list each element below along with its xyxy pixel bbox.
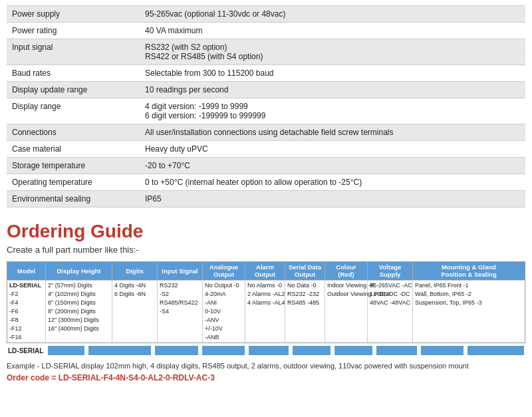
ld-serial-bar: LD-SERIAL: [7, 346, 525, 355]
ordering-col-header-model: Model: [7, 262, 46, 280]
spec-value: 10 readings per second: [140, 82, 525, 98]
ld-serial-bar-segment-model: [48, 346, 84, 355]
ld-serial-bar-segment-display: [88, 346, 152, 355]
ld-serial-bar-segment-mounting: [467, 346, 524, 355]
ordering-col-alarm: No Alarms -02 Alarms -AL24 Alarms -AL4: [245, 281, 285, 343]
ld-serial-bar-label: LD-SERIAL: [8, 347, 46, 354]
ordering-header: ModelDisplay HeightDigitsInput SignalAna…: [7, 262, 525, 280]
spec-row: Operating temperature0 to +50°C (interna…: [7, 174, 525, 191]
ordering-col-analogue: No Output -04-20mA-ANI0-10V-ANV+/-10V-AN…: [203, 281, 245, 343]
spec-label: Baud rates: [7, 65, 140, 82]
ordering-body: LD-SERIAL-F2-F4-F6-F8-F12-F162" (57mm) D…: [7, 280, 525, 343]
ordering-col-display: 2" (57mm) Digits4" (102mm) Digits6" (150…: [46, 281, 112, 343]
spec-label: Case material: [7, 141, 140, 158]
spec-row: Storage temperature-20 to +70°C: [7, 158, 525, 174]
ordering-col-header-voltage: Voltage Supply: [368, 262, 413, 280]
spec-label: Display range: [7, 98, 140, 124]
specs-table: Power supply95-265vac (optional 11-30vdc…: [7, 5, 525, 208]
spec-label: Environmental sealing: [7, 191, 140, 208]
ordering-title: Ordering Guide: [7, 221, 525, 242]
ordering-col-voltage: 95-265VAC -AC11-30VDC -DC48VAC -48VAC: [368, 281, 413, 343]
ordering-col-model: LD-SERIAL-F2-F4-F6-F8-F12-F16: [7, 281, 46, 343]
ld-serial-bar-segment-alarm: [293, 346, 331, 355]
ordering-col-header-mounting: Mounting & GlandPosition & Sealing: [413, 262, 525, 280]
ordering-col-header-analogue: AnalogueOutput: [203, 262, 245, 280]
spec-value: 40 VA maximum: [140, 23, 525, 39]
ld-serial-bar-segment-colour: [376, 346, 417, 355]
ld-serial-bar-segment-digits: [155, 346, 198, 355]
spec-label: Input signal: [7, 39, 140, 65]
ordering-col-serial: No Data -0RS232 -232RS485 -485: [285, 281, 325, 343]
ordering-col-header-input: Input Signal: [158, 262, 203, 280]
ordering-col-header-display: Display Height: [46, 262, 112, 280]
spec-value: 0 to +50°C (internal heater option to al…: [140, 174, 525, 191]
spec-row: Power rating40 VA maximum: [7, 23, 525, 39]
ordering-col-mounting: Panel, IP65 Front -1Wall, Bottom, IP65 -…: [413, 281, 525, 343]
spec-row: Power supply95-265vac (optional 11-30vdc…: [7, 6, 525, 23]
spec-label: Power supply: [7, 6, 140, 23]
spec-value: RS232 (with S2 option)RS422 or RS485 (wi…: [140, 39, 525, 65]
spec-value: IP65: [140, 191, 525, 208]
spec-label: Storage temperature: [7, 158, 140, 174]
ld-serial-bar-segment-voltage: [421, 346, 464, 355]
ordering-col-input: RS232-S2RS485/RS422-S4: [158, 281, 203, 343]
spec-row: Environmental sealingIP65: [7, 191, 525, 208]
ordering-section: Ordering Guide Create a full part number…: [7, 221, 525, 382]
spec-label: Connections: [7, 124, 140, 141]
spec-value: All user/installation connections using …: [140, 124, 525, 141]
spec-value: -20 to +70°C: [140, 158, 525, 174]
ordering-col-header-serial: Serial DataOutput: [285, 262, 325, 280]
spec-value: 95-265vac (optional 11-30vdc or 48vac): [140, 6, 525, 23]
ld-serial-bar-segment-analogue: [249, 346, 289, 355]
spec-value: 4 digit version: -1999 to 99996 digit ve…: [140, 98, 525, 124]
example-text: Example - LD-SERIAL display 102mm high, …: [7, 360, 525, 372]
spec-row: Display update range10 readings per seco…: [7, 82, 525, 98]
ordering-col-colour: Indoor Viewing -ROutdoor Viewing -RDLV: [325, 281, 368, 343]
spec-row: Display range4 digit version: -1999 to 9…: [7, 98, 525, 124]
spec-label: Operating temperature: [7, 174, 140, 191]
spec-row: Input signalRS232 (with S2 option)RS422 …: [7, 39, 525, 65]
ordering-col-digits: 4 Digits -4N6 Digits -6N: [112, 281, 158, 343]
ordering-table: ModelDisplay HeightDigitsInput SignalAna…: [7, 261, 525, 343]
spec-value: Selectable from 300 to 115200 baud: [140, 65, 525, 82]
ld-serial-bar-segment-input: [202, 346, 245, 355]
ordering-subtitle: Create a full part number like this:-: [7, 245, 525, 255]
ordering-col-header-colour: Colour(Red): [325, 262, 368, 280]
ld-serial-bar-segment-serial: [334, 346, 372, 355]
spec-row: ConnectionsAll user/installation connect…: [7, 124, 525, 141]
spec-label: Power rating: [7, 23, 140, 39]
spec-value: Heavy duty uPVC: [140, 141, 525, 158]
order-code: Order code = LD-SERIAL-F4-4N-S4-0-AL2-0-…: [7, 373, 525, 382]
ordering-col-header-alarm: Alarm Output: [245, 262, 285, 280]
spec-row: Baud ratesSelectable from 300 to 115200 …: [7, 65, 525, 82]
spec-label: Display update range: [7, 82, 140, 98]
ordering-col-header-digits: Digits: [112, 262, 158, 280]
spec-row: Case materialHeavy duty uPVC: [7, 141, 525, 158]
